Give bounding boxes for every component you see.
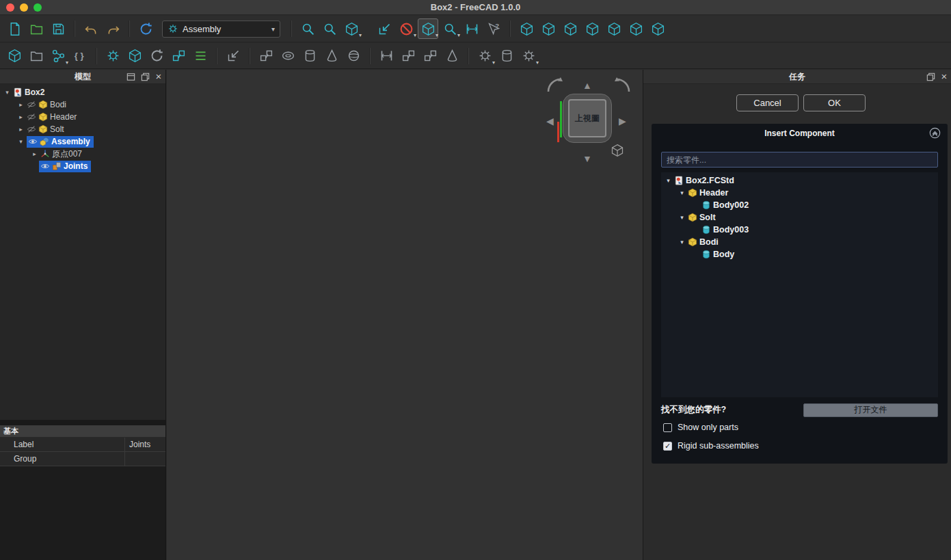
fit-all-icon[interactable] xyxy=(297,18,318,39)
fit-selection-icon[interactable] xyxy=(319,18,340,39)
dock-panel-icon[interactable] xyxy=(126,72,136,82)
joint-gears-icon[interactable]: ▾ xyxy=(518,46,539,66)
solve-assembly-icon[interactable] xyxy=(146,46,167,66)
joint-cylindrical-icon[interactable] xyxy=(299,46,320,66)
component-item-bodi[interactable]: Bodi xyxy=(661,236,938,248)
joint-slider-icon[interactable] xyxy=(321,46,342,66)
create-assembly-icon[interactable] xyxy=(103,46,123,66)
undo-icon[interactable] xyxy=(81,18,101,39)
draw-style-icon[interactable]: ▾ xyxy=(418,18,438,39)
tree-item-joints[interactable]: Joints xyxy=(0,160,165,172)
float-panel-icon[interactable] xyxy=(926,72,936,82)
tree-item-header[interactable]: Header xyxy=(0,111,165,123)
view-rear-icon[interactable] xyxy=(582,18,602,39)
collapse-section-icon[interactable] xyxy=(929,127,941,139)
expander-open-icon[interactable] xyxy=(17,138,25,145)
component-item-box2-fcstd[interactable]: Box2.FCStd xyxy=(661,174,938,187)
view-axonometric-icon[interactable] xyxy=(647,18,668,39)
component-item-header[interactable]: Header xyxy=(661,187,938,199)
tree-item-origin007[interactable]: 原点007 xyxy=(0,148,165,160)
property-value[interactable]: Joints xyxy=(125,438,165,451)
create-varset-icon[interactable] xyxy=(70,46,90,66)
whats-this-icon[interactable] xyxy=(483,18,504,39)
view-bottom-icon[interactable] xyxy=(604,18,624,39)
navcube-right-arrow-icon[interactable]: ▶ xyxy=(619,116,626,126)
joint-screw-icon[interactable] xyxy=(496,46,517,66)
selected-row-highlight[interactable]: Assembly xyxy=(27,136,94,148)
isometric-mini-cube-icon[interactable] xyxy=(611,144,624,157)
component-item-body[interactable]: Body xyxy=(661,248,938,261)
show-only-parts-option[interactable]: Show only parts xyxy=(663,423,738,432)
make-link-icon[interactable]: ▾ xyxy=(48,46,68,66)
component-item-solt[interactable]: Solt xyxy=(661,211,938,224)
rotate-counterclockwise-icon[interactable] xyxy=(546,77,563,94)
new-document-icon[interactable] xyxy=(4,18,25,39)
expander-open-icon[interactable] xyxy=(3,89,11,96)
joint-angle-icon[interactable] xyxy=(442,46,462,66)
expander-closed-icon[interactable] xyxy=(17,101,25,108)
expander-closed-icon[interactable] xyxy=(31,150,38,157)
minimize-window-button[interactable] xyxy=(20,3,28,12)
navcube-down-arrow-icon[interactable]: ▼ xyxy=(582,154,592,163)
float-panel-icon[interactable] xyxy=(140,72,150,82)
checkbox-icon[interactable] xyxy=(663,442,672,451)
property-row[interactable]: Label Joints xyxy=(0,438,165,452)
visible-eye-icon[interactable] xyxy=(28,137,38,146)
workbench-selector[interactable]: Assembly xyxy=(162,21,280,38)
joint-fixed-icon[interactable] xyxy=(256,46,276,66)
close-window-button[interactable] xyxy=(6,3,14,12)
ok-button[interactable]: OK xyxy=(803,94,866,111)
view-top-icon[interactable] xyxy=(538,18,559,39)
measure-icon[interactable] xyxy=(461,18,482,39)
property-group-header[interactable]: 基本 xyxy=(0,425,165,438)
3d-viewport[interactable]: ▲ ▼ ◀ ▶ 上視圖 xyxy=(167,70,643,560)
save-icon[interactable] xyxy=(48,18,68,39)
open-document-icon[interactable] xyxy=(26,18,46,39)
view-left-icon[interactable] xyxy=(626,18,646,39)
create-group-icon[interactable] xyxy=(26,46,46,66)
insert-component-icon[interactable] xyxy=(124,46,145,66)
hidden-eye-icon[interactable] xyxy=(27,100,36,109)
joint-distance-icon[interactable] xyxy=(376,46,397,66)
create-part-icon[interactable] xyxy=(4,46,25,66)
open-file-button[interactable]: 打开文件 xyxy=(803,403,938,417)
tree-item-solt[interactable]: Solt xyxy=(0,123,165,135)
rigid-subassemblies-option[interactable]: Rigid sub-assemblies xyxy=(663,441,759,451)
close-panel-icon[interactable] xyxy=(155,72,163,82)
joint-ball-icon[interactable] xyxy=(343,46,364,66)
flexible-assembly-icon[interactable] xyxy=(168,46,189,66)
tree-item-box2[interactable]: Box2 xyxy=(0,86,165,98)
rotate-clockwise-icon[interactable] xyxy=(615,77,631,94)
component-item-body003[interactable]: Body003 xyxy=(661,224,938,236)
tree-item-bodi[interactable]: Bodi xyxy=(0,98,165,111)
panel-splitter[interactable] xyxy=(0,420,165,425)
tree-item-assembly[interactable]: Assembly xyxy=(0,135,165,148)
expander-closed-icon[interactable] xyxy=(17,126,25,133)
navcube-top-face[interactable]: 上視圖 xyxy=(568,99,606,137)
navcube-up-arrow-icon[interactable]: ▲ xyxy=(582,81,592,90)
selection-filter-icon[interactable]: ▾ xyxy=(396,18,416,39)
refresh-icon[interactable] xyxy=(135,18,156,39)
zoom-tools-icon[interactable]: ▾ xyxy=(440,18,460,39)
search-parts-input[interactable] xyxy=(661,152,938,168)
joint-parallel-icon[interactable] xyxy=(398,46,418,66)
title-bar[interactable]: Box2 - FreeCAD 1.0.0 xyxy=(0,0,951,15)
expander-open-icon[interactable] xyxy=(678,239,686,245)
expander-open-icon[interactable] xyxy=(678,189,686,196)
selected-row-highlight[interactable]: Joints xyxy=(39,161,91,172)
axonometric-view-icon[interactable]: ▾ xyxy=(341,18,362,39)
expander-open-icon[interactable] xyxy=(678,214,686,221)
joint-rack-pinion-icon[interactable]: ▾ xyxy=(474,46,495,66)
hidden-eye-icon[interactable] xyxy=(27,112,36,122)
checkbox-icon[interactable] xyxy=(663,423,672,432)
view-front-icon[interactable] xyxy=(516,18,537,39)
close-panel-icon[interactable] xyxy=(940,72,948,82)
hidden-eye-icon[interactable] xyxy=(27,124,36,134)
expander-closed-icon[interactable] xyxy=(17,114,25,120)
bill-of-materials-icon[interactable] xyxy=(190,46,211,66)
navigation-cube[interactable]: ▲ ▼ ◀ ▶ 上視圖 xyxy=(539,72,639,172)
property-value[interactable] xyxy=(125,452,165,466)
joint-revolute-icon[interactable] xyxy=(278,46,298,66)
visible-eye-icon[interactable] xyxy=(40,161,50,171)
zoom-window-button[interactable] xyxy=(34,3,42,12)
